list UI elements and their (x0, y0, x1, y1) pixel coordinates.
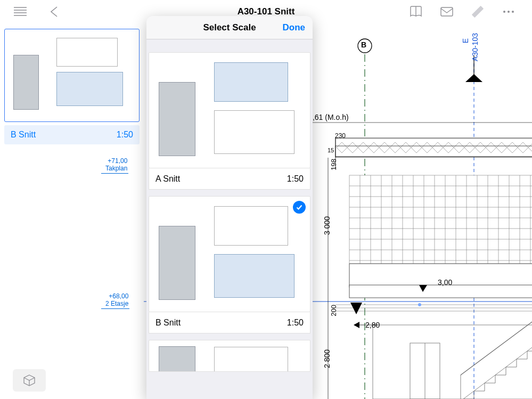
svg-marker-15 (465, 74, 482, 82)
model-view-button[interactable] (13, 369, 46, 392)
dim-200: 200 (330, 305, 338, 316)
mail-icon[interactable] (439, 4, 454, 19)
popover-header: Select Scale Done (146, 16, 313, 39)
dim-230: 230 (335, 132, 346, 140)
sidebar-selected-row[interactable]: B Snitt 1:50 (4, 125, 140, 144)
svg-line-60 (463, 343, 532, 399)
svg-rect-6 (472, 6, 484, 18)
sidebar: B Snitt 1:50 +71,00 Takplan +68,00 2 Eta… (0, 23, 144, 399)
grid-label-b: B (361, 40, 366, 49)
scale-option-scale: 1:50 (287, 174, 304, 184)
dim-2-80: 2,80 (365, 321, 380, 329)
svg-point-56 (418, 303, 421, 306)
more-icon[interactable] (501, 4, 516, 19)
scale-thumbnail (149, 340, 310, 372)
svg-marker-55 (350, 303, 362, 314)
dim-15: 15 (328, 147, 334, 153)
grid-label-e: E (461, 38, 470, 43)
select-scale-popover: Select Scale Done A Snitt 1:50 (146, 16, 313, 399)
scale-thumbnail (149, 52, 310, 168)
svg-marker-79 (354, 322, 359, 328)
svg-rect-5 (441, 7, 453, 16)
scale-option[interactable] (149, 340, 310, 372)
reference-label: A30-103 (471, 33, 479, 61)
svg-rect-22 (349, 175, 532, 264)
elevation-annotation: +71,00 Takplan (101, 158, 128, 174)
scale-option-name: A Snitt (155, 174, 180, 184)
svg-rect-19 (335, 146, 532, 157)
svg-line-74 (461, 317, 532, 375)
elevation-annotation: +68,00 2 Etasje (101, 293, 129, 309)
sidebar-item-name: B Snitt (11, 130, 36, 140)
svg-point-8 (508, 11, 510, 13)
popover-list[interactable]: A Snitt 1:50 B Snitt 1:50 (146, 39, 313, 399)
dim-3000: 3 000 (323, 216, 331, 235)
done-button[interactable]: Done (283, 16, 306, 39)
ruler-icon[interactable] (470, 4, 485, 19)
scale-option[interactable]: A Snitt 1:50 (149, 52, 310, 190)
scale-option[interactable]: B Snitt 1:50 (149, 196, 310, 333)
svg-rect-49 (349, 285, 532, 298)
bookmark-icon[interactable] (408, 4, 423, 19)
dim-198: 198 (330, 159, 338, 170)
svg-point-7 (503, 11, 505, 13)
checkmark-icon (293, 201, 306, 214)
dim-3-00: 3,00 (438, 278, 452, 287)
svg-rect-57 (373, 325, 532, 399)
sidebar-thumbnail[interactable] (4, 29, 140, 122)
popover-title: Select Scale (203, 22, 256, 33)
sidebar-item-scale: 1:50 (117, 130, 133, 140)
menu-icon[interactable] (13, 4, 28, 19)
scale-option-name: B Snitt (155, 318, 181, 328)
dim-2800: 2 800 (323, 349, 331, 368)
svg-point-9 (512, 11, 514, 13)
elevation-text: I,61 (M.o.h) (310, 113, 349, 121)
back-icon[interactable] (47, 4, 62, 19)
scale-thumbnail (149, 196, 310, 312)
scale-option-scale: 1:50 (287, 318, 304, 328)
